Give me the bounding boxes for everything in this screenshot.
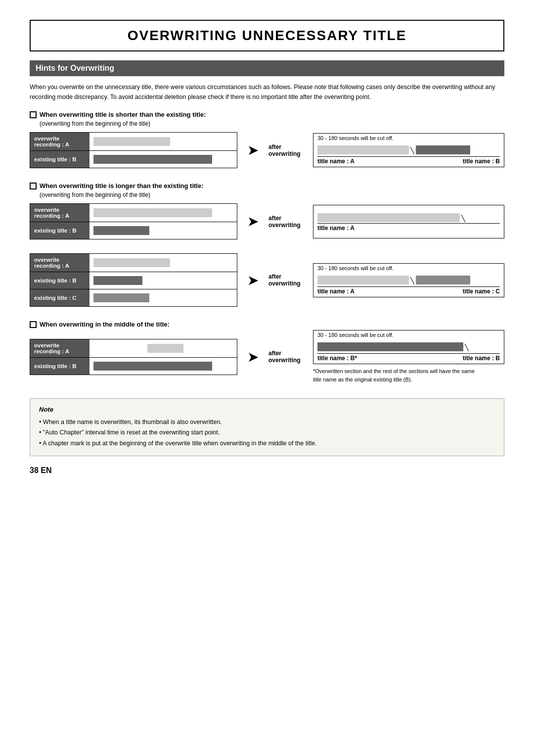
section-header: Hints for Overwriting: [30, 60, 504, 76]
right-wrapper-4: 30 - 180 seconds will be cut off. ╲ titl…: [313, 330, 504, 383]
bar-cell-3b: [89, 272, 237, 289]
bar-1b: [93, 155, 212, 164]
bar-4a: [147, 344, 183, 353]
diagram-row-shorter: overwriterecording : A existing title : …: [30, 132, 504, 168]
subsection-subtitle-shorter: (overwriting from the beginning of the t…: [40, 120, 504, 127]
bar-3b: [93, 276, 142, 285]
right-bar-3b: [416, 276, 471, 284]
note-box: Note When a title name is overwritten, i…: [30, 398, 504, 456]
slash-4: ╲: [463, 344, 470, 351]
bar-cell-3a: [89, 254, 237, 272]
right-bar-1a: [317, 145, 409, 154]
label-existing-b-3: existing title : B: [30, 272, 89, 289]
subsection-title-shorter: When overwriting title is shorter than t…: [30, 111, 504, 118]
right-note-3: 30 - 180 seconds will be cut off.: [313, 264, 504, 273]
arrow-1: ➤: [247, 142, 259, 158]
right-bars-3: ╲: [313, 273, 504, 286]
label-existing-b-2: existing title : B: [30, 222, 89, 239]
subsection-shorter: When overwriting title is shorter than t…: [30, 111, 504, 168]
bar-1a: [93, 137, 170, 146]
title-label-1b: title name : B: [463, 158, 500, 165]
note-item-1: When a title name is overwritten, its th…: [39, 417, 495, 427]
bar-cell-3c: [89, 289, 237, 306]
diagram-row-middle: overwriterecording : A existing title : …: [30, 330, 504, 383]
right-note-1: 30 - 180 seconds will be cut off.: [313, 134, 504, 142]
bar-3a: [93, 258, 170, 267]
bar-4b: [93, 362, 212, 371]
label-overwrite-a-2: overwriterecording : A: [30, 204, 89, 222]
diagram-right-shorter: 30 - 180 seconds will be cut off. ╲ titl…: [313, 133, 504, 167]
label-overwrite-a-3: overwriterecording : A: [30, 254, 89, 272]
title-labels-2: title name : A: [313, 224, 504, 234]
bar-2a: [93, 208, 212, 217]
page-title: OVERWRITING UNNECESSARY TITLE: [30, 20, 504, 51]
title-label-4b: title name : B: [463, 355, 500, 362]
label-existing-b-4: existing title : B: [30, 358, 89, 375]
subsection-longer2: overwriterecording : A existing title : …: [30, 253, 504, 307]
after-label-3: after overwriting: [268, 273, 303, 287]
title-label-3a: title name : A: [317, 288, 463, 295]
title-labels-1: title name : A title name : B: [313, 157, 504, 167]
subsection-middle: When overwriting in the middle of the ti…: [30, 321, 504, 383]
note-title: Note: [39, 406, 495, 413]
arrow-2: ➤: [247, 213, 259, 230]
title-label-2a: title name : A: [317, 225, 355, 232]
diagram-left-shorter: overwriterecording : A existing title : …: [30, 132, 237, 168]
right-note-4: 30 - 180 seconds will be cut off.: [313, 331, 504, 339]
diagram-right-middle: 30 - 180 seconds will be cut off. ╲ titl…: [313, 330, 504, 364]
right-bar-4a: [317, 342, 463, 351]
bar-3c: [93, 293, 149, 302]
diagram-right-longer2: 30 - 180 seconds will be cut off. ╲ titl…: [313, 263, 504, 297]
diagram-left-longer2: overwriterecording : A existing title : …: [30, 253, 237, 307]
diagram-row-longer2: overwriterecording : A existing title : …: [30, 253, 504, 307]
slash-3: ╲: [409, 277, 416, 284]
right-bars-2: ╲: [317, 208, 500, 222]
arrow-4: ➤: [247, 349, 259, 365]
footnote-text: *Overwritten section and the rest of the…: [313, 367, 481, 383]
diagram-row-longer: overwriterecording : A existing title : …: [30, 203, 504, 239]
checkbox-icon-longer: [30, 183, 37, 189]
diagram-left-middle: overwriterecording : A existing title : …: [30, 339, 237, 375]
slash-1: ╲: [409, 147, 416, 154]
label-overwrite-a-1: overwriterecording : A: [30, 133, 89, 150]
title-labels-4: title name : B* title name : B: [313, 354, 504, 364]
slash-2: ╲: [460, 215, 467, 222]
intro-text: When you overwrite on the unnecessary ti…: [30, 82, 504, 102]
label-existing-b-1: existing title : B: [30, 151, 89, 168]
diagram-right-longer: ╲ title name : A: [313, 205, 504, 238]
right-bars-1: ╲: [313, 142, 504, 156]
note-list: When a title name is overwritten, its th…: [39, 417, 495, 449]
note-item-3: A chapter mark is put at the beginning o…: [39, 438, 495, 449]
checkbox-icon-middle: [30, 321, 37, 328]
title-label-1a: title name : A: [317, 158, 463, 165]
right-bar-1b: [416, 145, 471, 154]
after-label-4: after overwriting: [268, 350, 303, 364]
bar-cell-4a: [89, 339, 237, 357]
label-existing-c-3: existing title : C: [30, 289, 89, 306]
bar-2b: [93, 226, 149, 235]
title-label-3b: title name : C: [463, 288, 500, 295]
bar-cell-1b: [89, 151, 237, 168]
page-wrapper: OVERWRITING UNNECESSARY TITLE Hints for …: [30, 20, 504, 475]
bar-cell-2a: [89, 204, 237, 222]
title-labels-3: title name : A title name : C: [313, 287, 504, 297]
after-label-1: after overwriting: [268, 143, 303, 157]
bar-cell-1a: [89, 133, 237, 150]
right-bars-4: ╲: [313, 339, 504, 353]
checkbox-icon-shorter: [30, 111, 37, 118]
subsection-title-middle: When overwriting in the middle of the ti…: [30, 321, 504, 328]
title-label-4a: title name : B*: [317, 355, 463, 362]
subsection-longer: When overwriting title is longer than th…: [30, 182, 504, 239]
bar-cell-4b: [89, 358, 237, 375]
bar-cell-2b: [89, 222, 237, 239]
note-item-2: "Auto Chapter" interval time is reset at…: [39, 427, 495, 438]
after-label-2: after overwriting: [268, 215, 303, 229]
subsection-subtitle-longer: (overwriting from the beginning of the t…: [40, 191, 504, 198]
page-number: 38 EN: [30, 466, 504, 475]
label-overwrite-a-4: overwriterecording : A: [30, 339, 89, 357]
right-bar-3a: [317, 276, 409, 284]
diagram-left-longer: overwriterecording : A existing title : …: [30, 203, 237, 239]
arrow-3: ➤: [247, 272, 259, 288]
right-bar-2a: [317, 213, 460, 222]
subsection-title-longer: When overwriting title is longer than th…: [30, 182, 504, 189]
